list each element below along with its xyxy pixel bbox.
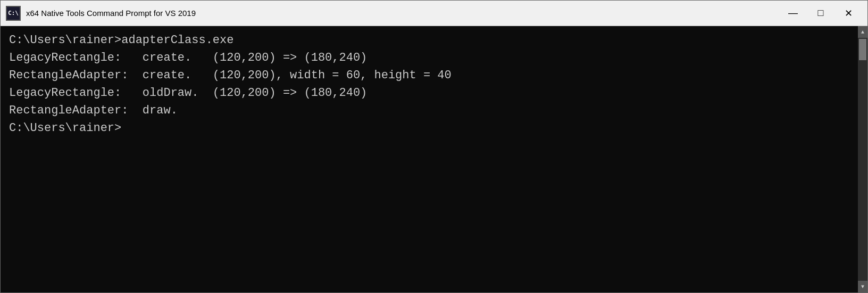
scrollbar-thumb[interactable]: [859, 39, 866, 60]
scrollbar: ▲ ▼: [858, 26, 867, 292]
scrollbar-up-button[interactable]: ▲: [858, 26, 867, 38]
scrollbar-down-button[interactable]: ▼: [858, 281, 867, 292]
window-icon: C:\: [6, 6, 21, 21]
maximize-button[interactable]: □: [807, 4, 834, 23]
close-button[interactable]: ✕: [834, 4, 862, 23]
window: C:\ x64 Native Tools Command Prompt for …: [0, 0, 868, 293]
console-line-4: LegacyRectangle: oldDraw. (120,200) => (…: [9, 84, 859, 102]
scrollbar-track: [858, 38, 867, 281]
icon-label: C:\: [8, 10, 19, 17]
console-line-5: RectangleAdapter: draw.: [9, 102, 859, 119]
console-line-9: C:\Users\rainer>: [9, 119, 859, 137]
window-title: x64 Native Tools Command Prompt for VS 2…: [26, 9, 779, 18]
console-line-0: C:\Users\rainer>adapterClass.exe: [9, 31, 859, 49]
console-output: C:\Users\rainer>adapterClass.exe LegacyR…: [9, 31, 859, 137]
console-line-3: RectangleAdapter: create. (120,200), wid…: [9, 67, 859, 84]
minimize-button[interactable]: —: [779, 4, 807, 23]
console-line-2: LegacyRectangle: create. (120,200) => (1…: [9, 49, 859, 67]
window-controls: — □ ✕: [779, 4, 862, 23]
title-bar: C:\ x64 Native Tools Command Prompt for …: [1, 1, 867, 26]
console-body: C:\Users\rainer>adapterClass.exe LegacyR…: [1, 26, 867, 292]
